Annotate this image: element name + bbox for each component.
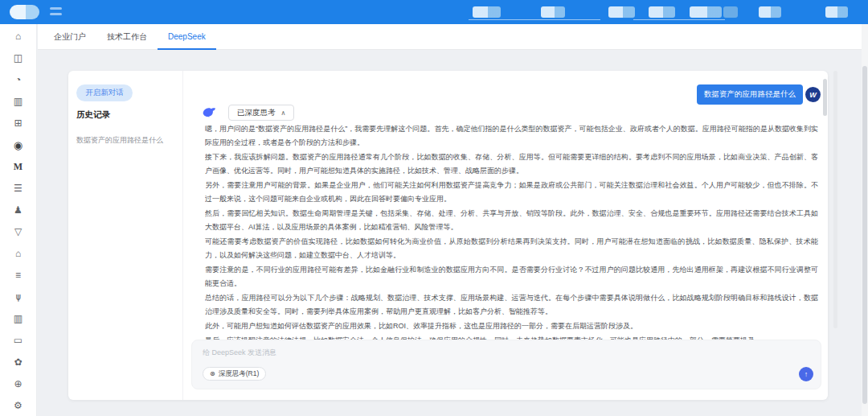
logo-text-line (50, 7, 62, 10)
logo-text-line (50, 13, 62, 15)
chat-scrollbar-thumb[interactable] (823, 79, 827, 116)
barcode-icon[interactable]: ▥ (7, 91, 29, 113)
arrow-up-icon: ↑ (805, 370, 809, 378)
blurred-nav-item[interactable] (608, 6, 635, 18)
message-input[interactable]: 给 DeepSeek 发送消息 ⊛ 深度思考(R1) ↑ (191, 340, 821, 389)
blurred-nav-item[interactable] (690, 6, 722, 18)
page-scrollbar-thumb[interactable] (862, 66, 867, 404)
deep-think-toggle[interactable]: ⊛ 深度思考(R1) (203, 367, 266, 381)
nav-underline (469, 19, 600, 20)
new-chat-button[interactable]: 开启新对话 (76, 84, 133, 101)
content-scrollbar[interactable] (833, 71, 837, 328)
rosette-icon[interactable]: ✿ (7, 352, 29, 373)
deep-think-icon: ⊛ (210, 370, 215, 377)
thinking-paragraph: 另外，需要注意用户可能的背景。如果是企业用户，他们可能关注如何利用数据资产提高竞… (205, 179, 818, 206)
blurred-nav-item[interactable] (759, 6, 781, 18)
tab-bar: 企业门户 技术工作台 DeepSeek (38, 24, 868, 50)
app-logo (10, 5, 39, 19)
deepseek-whale-icon (202, 105, 217, 121)
page-scrollbar[interactable] (862, 24, 868, 416)
thinking-paragraph: 此外，可能用户想知道如何评估数据资产的应用效果，比如ROI、效率提升指标，这也是… (205, 319, 818, 333)
blurred-nav-item[interactable] (723, 6, 738, 18)
thinking-paragraph: 最后，应该提醒注意的法律法规，比如数据安全法、个人信息保护法，确保应用的合规性。… (205, 334, 818, 340)
thinking-paragraph: 可能还需要考虑数据资产的价值实现路径，比如数据如何转化为商业价值，从原始数据到分… (205, 235, 818, 262)
thinking-paragraph: 嗯，用户问的是“数据资产的应用路径是什么”，我需要先理解这个问题。首先，确定他们… (205, 122, 818, 150)
user-avatar: W (805, 87, 821, 102)
app-logo-icon[interactable]: ◉ (7, 134, 29, 156)
thinking-paragraph: 接下来，我应该拆解问题。数据资产的应用路径通常有几个阶段，比如数据的收集、存储、… (205, 150, 818, 178)
thinking-content: 嗯，用户问的是“数据资产的应用路径是什么”，我需要先理解这个问题。首先，确定他们… (205, 122, 818, 340)
input-placeholder: 给 DeepSeek 发送消息 (203, 348, 276, 358)
thinking-paragraph: 总结的话，应用路径可以分为以下几个步骤：战略规划、数据治理、技术支撑、应用场景构… (205, 291, 818, 319)
deep-think-label: 深度思考(R1) (219, 369, 260, 379)
deepseek-chat-panel: 开启新对话 历史记录 数据资产的应用路径是什么 数据资产的应用路径是什么 W 已… (68, 71, 828, 400)
history-item[interactable]: 数据资产的应用路径是什么 (76, 135, 163, 146)
assistant-row: 已深度思考 ∧ (202, 105, 294, 121)
nav-underline (633, 19, 725, 20)
shield-icon[interactable]: ▽ (7, 221, 29, 243)
chat-main: 数据资产的应用路径是什么 W 已深度思考 ∧ 嗯，用户问的是“数据资产的应用路径… (183, 71, 828, 400)
org-structure-icon[interactable]: ◫ (7, 47, 29, 69)
tab-deepseek[interactable]: DeepSeek (168, 24, 206, 50)
blurred-nav-item[interactable] (649, 6, 675, 18)
tab-enterprise-portal[interactable]: 企业门户 (54, 24, 86, 50)
barcode-alt-icon[interactable]: ▥ (7, 308, 29, 330)
user-icon[interactable]: ♟ (7, 200, 29, 221)
gear-icon[interactable]: ⚙ (7, 395, 29, 416)
chevron-up-icon: ∧ (281, 109, 286, 117)
thinking-paragraph: 需要注意的是，不同行业的应用路径可能有差异，比如金融行业和制造业的数据应用方向不… (205, 263, 818, 290)
folder-icon[interactable]: ▭ (7, 330, 29, 352)
thinking-toggle-label: 已深度思考 (237, 108, 276, 118)
blurred-nav-item[interactable] (825, 6, 848, 18)
user-message-row: 数据资产的应用路径是什么 W (697, 84, 821, 105)
media-add-icon[interactable]: ⊞ (7, 113, 29, 134)
chat-sidebar: 开启新对话 历史记录 数据资产的应用路径是什么 (68, 71, 183, 400)
send-button[interactable]: ↑ (799, 367, 813, 381)
left-icon-rail: ⌂◫◔▥⊞◉M☰♟▽⌂≡⋔▥▭✿⊕⚙ (0, 24, 37, 416)
top-navbar (0, 0, 868, 24)
letter-m-icon[interactable]: M (7, 156, 29, 178)
user-avatar-letter: W (809, 91, 817, 99)
layers-icon[interactable]: ≡ (7, 265, 29, 286)
thinking-toggle-button[interactable]: 已深度思考 ∧ (228, 105, 294, 121)
tab-tech-workbench[interactable]: 技术工作台 (107, 24, 147, 50)
home-alt-icon[interactable]: ⌂ (7, 243, 29, 265)
history-title: 历史记录 (76, 109, 110, 121)
share-nodes-icon[interactable]: ⋔ (7, 286, 29, 308)
globe-icon[interactable]: ⊕ (7, 373, 29, 395)
app-window: ⌂◫◔▥⊞◉M☰♟▽⌂≡⋔▥▭✿⊕⚙ 企业门户 技术工作台 DeepSeek 开… (0, 0, 868, 416)
menu-list-icon[interactable]: ☰ (7, 178, 29, 200)
blurred-nav-item[interactable] (473, 6, 501, 18)
blurred-nav-item[interactable] (541, 6, 565, 18)
pie-chart-icon[interactable]: ◔ (7, 69, 29, 91)
user-message-bubble: 数据资产的应用路径是什么 (697, 84, 803, 105)
thinking-paragraph: 然后，需要回忆相关知识。数据生命周期管理是关键，包括采集、存储、处理、分析、共享… (205, 207, 818, 234)
home-icon[interactable]: ⌂ (7, 26, 29, 47)
